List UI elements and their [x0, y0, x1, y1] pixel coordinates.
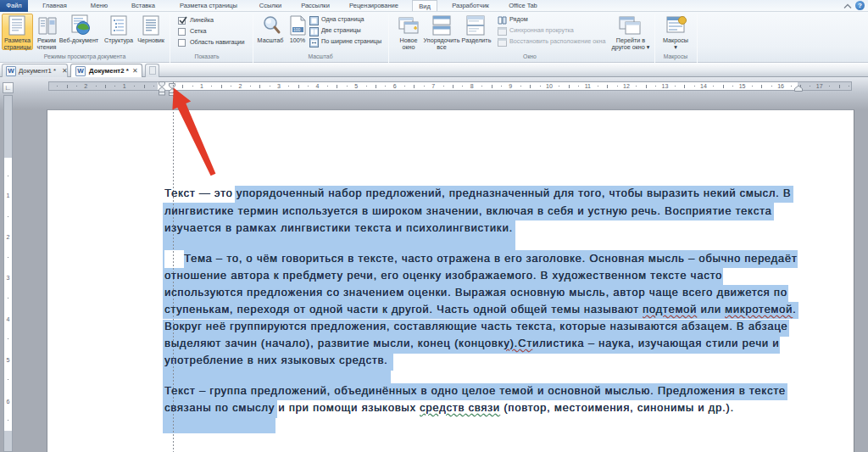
svg-text:100: 100: [293, 27, 301, 32]
